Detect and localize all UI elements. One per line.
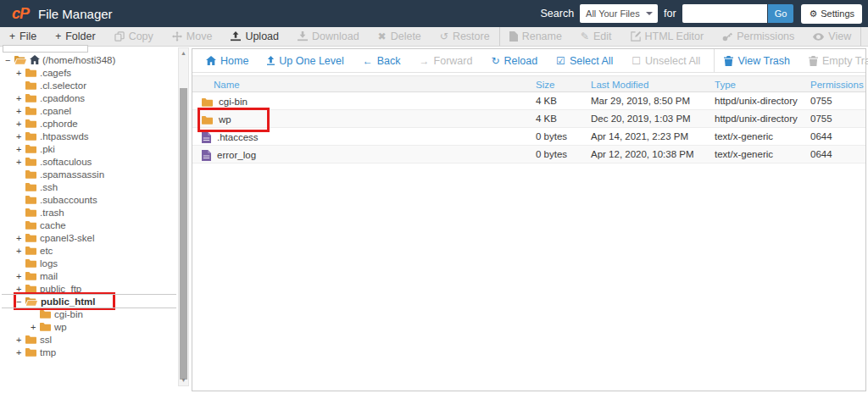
sidebar-scrollbar[interactable]: ▲ ▼ — [178, 47, 189, 386]
tree-toggle[interactable]: + — [16, 131, 25, 141]
tree-toggle[interactable]: + — [16, 119, 25, 129]
tree-item[interactable]: + tmp — [2, 346, 176, 358]
tree-item[interactable]: .subaccounts — [2, 193, 176, 206]
toolbar-button[interactable]: + Folder — [46, 27, 104, 46]
nav-button[interactable]: Home — [197, 49, 258, 72]
app-header: cP File Manager Search All Your Files fo… — [0, 0, 868, 27]
tree-item-label: cpanel3-skel — [40, 233, 95, 243]
tree-toggle[interactable]: + — [16, 68, 25, 78]
tree-item[interactable]: .spamassassin — [2, 168, 176, 180]
table-row[interactable]: error_log 0 bytes Apr 12, 2020, 10:38 PM… — [192, 146, 865, 163]
tree-toggle[interactable]: + — [16, 157, 25, 167]
toolbar-button[interactable]: Copy — [105, 27, 163, 46]
search-input[interactable] — [682, 4, 767, 23]
tree-item-content: + .softaculous — [16, 155, 92, 168]
folder-icon — [25, 80, 36, 90]
tree-toggle[interactable]: + — [16, 284, 25, 294]
file-table: NameSizeLast ModifiedTypePermissions cgi… — [192, 75, 865, 163]
nav-button[interactable]: Empty Trash — [799, 49, 868, 72]
toolbar-button[interactable]: ↺ Restore — [431, 27, 499, 46]
tree-toggle[interactable]: + — [16, 93, 25, 103]
tree-item[interactable]: + etc — [2, 244, 176, 257]
toolbar-button[interactable]: Move — [163, 27, 222, 46]
toolbar-button[interactable]: + File — [0, 27, 46, 46]
folder-icon — [25, 335, 36, 344]
tree-item[interactable]: logs — [2, 257, 176, 269]
file-name-wrap: wp — [200, 110, 267, 130]
toolbar-button[interactable]: ✎ Edit — [571, 27, 621, 46]
tree-toggle[interactable]: − — [16, 296, 25, 307]
tree-toggle[interactable]: + — [16, 144, 25, 154]
plus-icon: + — [9, 31, 15, 42]
scrollbar-thumb[interactable] — [180, 88, 187, 380]
toolbar-button[interactable]: Upload — [221, 27, 288, 46]
tree-item[interactable]: .ssh — [2, 180, 176, 193]
column-header[interactable]: Type — [715, 76, 810, 93]
tree-item[interactable]: + .pki — [2, 142, 176, 155]
tree-item[interactable]: + .cagefs — [2, 66, 176, 79]
nav-button[interactable]: ← Back — [353, 49, 410, 72]
tree-toggle[interactable]: + — [16, 106, 25, 116]
tree-toggle[interactable]: + — [16, 233, 25, 243]
toolbar-button[interactable]: Extract — [860, 27, 868, 46]
tree-item-content: .trash — [16, 206, 64, 219]
tree-item[interactable]: cgi-bin — [2, 308, 176, 320]
toolbar-button[interactable]: HTML Editor — [621, 27, 714, 46]
column-header[interactable]: Permissions — [810, 76, 865, 93]
folder-icon — [25, 220, 36, 230]
tree-toggle[interactable]: + — [16, 246, 25, 256]
toolbar-button[interactable]: View — [804, 27, 860, 46]
tree-item[interactable]: .trash — [2, 206, 176, 219]
tree-item[interactable]: + .cpanel — [2, 104, 176, 117]
table-row[interactable]: wp 4 KB Dec 20, 2019, 1:03 PM httpd/unix… — [192, 110, 865, 128]
tree-item[interactable]: cache — [2, 219, 176, 231]
tree-toggle[interactable]: + — [16, 335, 25, 345]
tree-item-content: .ssh — [16, 180, 58, 193]
folder-icon — [25, 68, 36, 77]
settings-button[interactable]: ⚙ Settings — [801, 4, 862, 24]
tree-item[interactable]: + .cphorde — [2, 117, 176, 130]
table-row[interactable]: .htaccess 0 bytes Apr 14, 2021, 2:23 PM … — [192, 128, 865, 146]
tree-item[interactable]: + .htpasswds — [2, 130, 176, 142]
toolbar-button[interactable]: Permissions — [713, 27, 804, 46]
tree-item[interactable]: + wp — [2, 320, 176, 333]
folder-icon — [25, 144, 36, 153]
column-header[interactable]: Size — [536, 76, 591, 93]
folder-icon — [25, 246, 36, 255]
tree-toggle[interactable]: + — [16, 271, 25, 281]
scrollbar-up-arrow-icon[interactable]: ▲ — [179, 49, 188, 58]
tree-toggle[interactable]: − — [5, 55, 14, 65]
tree-toggle[interactable]: + — [31, 322, 40, 332]
tree-item-label: .pki — [40, 144, 55, 154]
tree-toggle[interactable]: + — [16, 347, 25, 357]
tree-item[interactable]: + ssl — [2, 333, 176, 346]
nav-button[interactable]: ☑ Select All — [547, 49, 622, 72]
tree-item[interactable]: + mail — [2, 269, 176, 282]
table-row[interactable]: cgi-bin 4 KB Mar 29, 2019, 8:50 PM httpd… — [192, 92, 865, 110]
tree-item[interactable]: + public_ftp — [2, 282, 176, 295]
tree-item[interactable]: − public_html — [2, 295, 176, 308]
tree-item[interactable]: − (/home/hosti348) — [2, 53, 176, 66]
column-header[interactable]: Name — [192, 76, 536, 93]
file-type: text/x-generic — [715, 128, 810, 147]
tree-item[interactable]: + cpanel3-skel — [2, 231, 176, 244]
nav-button[interactable]: → Forward — [410, 49, 482, 72]
tree-item-content: .spamassassin — [16, 168, 104, 180]
nav-button[interactable]: ☐ Unselect All — [622, 49, 709, 72]
toolbar-button[interactable]: Rename — [499, 27, 571, 46]
search-scope-value: All Your Files — [586, 8, 640, 19]
search-scope-select[interactable]: All Your Files — [580, 4, 658, 23]
nav-button[interactable]: ↻ Reload — [481, 49, 547, 72]
folder-icon — [40, 322, 51, 331]
toolbar-button[interactable]: ✖ Delete — [369, 27, 431, 46]
column-header[interactable]: Last Modified — [591, 76, 715, 93]
nav-button[interactable]: View Trash — [714, 49, 799, 72]
scrollbar-down-arrow-icon[interactable]: ▼ — [179, 376, 188, 385]
tree-item[interactable]: + .cpaddons — [2, 91, 176, 104]
go-button[interactable]: Go — [768, 4, 794, 23]
nav-button-label: Up One Level — [279, 55, 343, 67]
tree-item[interactable]: + .softaculous — [2, 155, 176, 168]
toolbar-button[interactable]: Download — [288, 27, 369, 46]
tree-item[interactable]: .cl.selector — [2, 79, 176, 91]
nav-button[interactable]: Up One Level — [258, 49, 353, 72]
